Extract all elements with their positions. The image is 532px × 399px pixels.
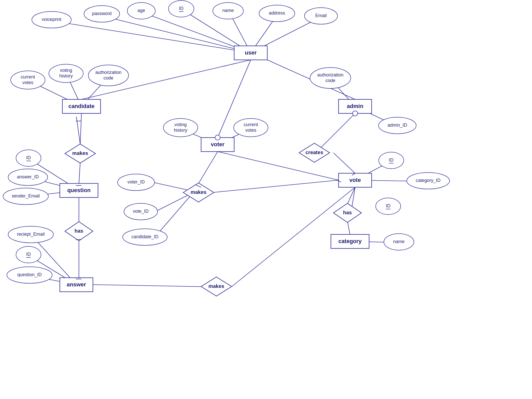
er-diagram <box>0 0 532 399</box>
